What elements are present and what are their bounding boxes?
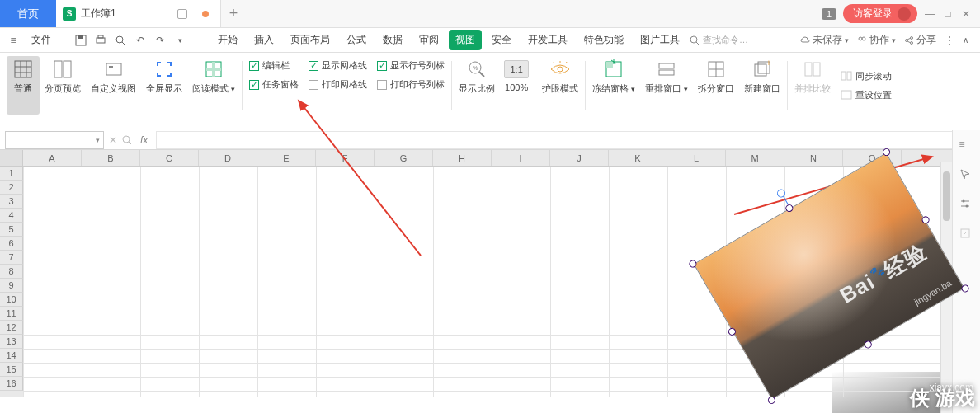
column-header[interactable]: J: [550, 150, 609, 166]
view-fullscreen-button[interactable]: 全屏显示: [141, 56, 187, 115]
menu-dev-tools[interactable]: 开发工具: [521, 30, 574, 50]
menu-data[interactable]: 数据: [376, 30, 409, 50]
zoom-ratio-button[interactable]: % 显示比例: [454, 56, 500, 115]
check-show-headers[interactable]: ✓显示行号列标: [377, 59, 445, 72]
column-header[interactable]: C: [140, 150, 199, 166]
fx-icon[interactable]: fx: [132, 134, 156, 146]
close-button[interactable]: ✕: [960, 8, 972, 20]
row-header[interactable]: 16: [0, 377, 23, 391]
select-all-corner[interactable]: [0, 150, 23, 166]
scrollbar-thumb[interactable]: [943, 171, 950, 221]
menu-file[interactable]: 文件: [25, 30, 58, 50]
view-normal-button[interactable]: 普通: [7, 56, 40, 115]
check-print-headers[interactable]: 打印行号列标: [377, 78, 445, 91]
collab-button[interactable]: 协作▾: [857, 33, 896, 47]
menu-page-layout[interactable]: 页面布局: [284, 30, 337, 50]
row-header[interactable]: 2: [0, 181, 23, 195]
settings-icon[interactable]: [959, 198, 974, 213]
collapse-ribbon-icon[interactable]: ∧: [963, 35, 968, 45]
cursor-icon[interactable]: [959, 168, 974, 183]
row-header[interactable]: 7: [0, 251, 23, 265]
collab-label: 协作: [869, 33, 889, 47]
print-preview-icon[interactable]: [112, 32, 129, 49]
column-header[interactable]: L: [667, 150, 726, 166]
more-icon[interactable]: ⋮: [945, 35, 954, 46]
hamburger-icon[interactable]: ≡: [5, 32, 21, 49]
freeze-panes-button[interactable]: 冻结窗格 ▾: [587, 56, 640, 115]
column-header[interactable]: F: [316, 150, 375, 166]
print-icon[interactable]: [92, 32, 109, 49]
guest-login-button[interactable]: 访客登录: [843, 4, 917, 23]
column-header[interactable]: I: [492, 150, 550, 166]
unsaved-indicator[interactable]: 未保存▾: [800, 33, 849, 47]
split-window-button[interactable]: 拆分窗口: [693, 56, 739, 115]
lines-icon[interactable]: ≡: [959, 138, 974, 153]
tab-home[interactable]: 首页: [0, 0, 56, 27]
redo-icon[interactable]: ↷: [152, 32, 168, 49]
menu-picture-tools[interactable]: 图片工具: [634, 30, 686, 50]
row-header[interactable]: 14: [0, 349, 23, 363]
column-header[interactable]: D: [199, 150, 257, 166]
menu-insert[interactable]: 插入: [247, 30, 280, 50]
minimize-button[interactable]: —: [924, 8, 935, 20]
check-task-pane[interactable]: ✓任务窗格: [249, 78, 299, 91]
row-header[interactable]: 6: [0, 237, 23, 251]
row-header[interactable]: 11: [0, 307, 23, 321]
cancel-icon[interactable]: ✕: [104, 134, 122, 146]
new-window-button[interactable]: + 新建窗口: [739, 56, 785, 115]
view-pagebreak-button[interactable]: 分页预览: [40, 56, 86, 115]
menu-review[interactable]: 审阅: [412, 30, 445, 50]
expand-icon[interactable]: [959, 228, 974, 242]
menu-security[interactable]: 安全: [485, 30, 518, 50]
eye-care-button[interactable]: 护眼模式: [537, 56, 583, 115]
notification-badge[interactable]: 1: [822, 8, 836, 20]
save-icon[interactable]: [73, 32, 89, 49]
column-header[interactable]: A: [23, 150, 82, 166]
name-box[interactable]: ▾: [5, 131, 104, 149]
formula-bar: ▾ ✕ fx: [0, 130, 980, 150]
row-header[interactable]: 9: [0, 279, 23, 293]
svg-rect-50: [841, 91, 851, 99]
tab-document[interactable]: S 工作簿1: [56, 0, 221, 27]
menu-view[interactable]: 视图: [449, 30, 482, 50]
row-header[interactable]: 1: [0, 167, 23, 181]
svg-point-51: [123, 136, 130, 143]
pin-icon[interactable]: [177, 9, 187, 19]
undo-icon[interactable]: ↶: [132, 32, 148, 49]
dropdown-icon[interactable]: ▾: [172, 32, 188, 49]
row-header[interactable]: 8: [0, 265, 23, 279]
row-header[interactable]: 5: [0, 223, 23, 237]
menu-start[interactable]: 开始: [211, 30, 244, 50]
svg-rect-22: [106, 63, 121, 75]
column-header[interactable]: E: [257, 150, 316, 166]
zoom-100-button[interactable]: 1:1 100%: [500, 56, 533, 115]
check-edit-bar[interactable]: ✓编辑栏: [249, 59, 299, 72]
view-reading-button[interactable]: 阅读模式 ▾: [187, 56, 240, 115]
svg-point-4: [116, 36, 123, 43]
column-header[interactable]: M: [726, 150, 784, 166]
chevron-down-icon[interactable]: ▾: [96, 136, 100, 144]
command-search[interactable]: 查找命令…: [690, 34, 748, 46]
column-header[interactable]: H: [433, 150, 492, 166]
view-custom-button[interactable]: 自定义视图: [86, 56, 141, 115]
row-header[interactable]: 4: [0, 209, 23, 223]
column-header[interactable]: K: [609, 150, 667, 166]
column-header[interactable]: G: [375, 150, 433, 166]
check-print-grid[interactable]: 打印网格线: [309, 78, 367, 91]
row-header[interactable]: 12: [0, 321, 23, 335]
new-tab-button[interactable]: +: [221, 0, 246, 27]
formula-input[interactable]: [156, 131, 980, 149]
share-button[interactable]: 分享: [904, 33, 936, 47]
row-header[interactable]: 15: [0, 363, 23, 377]
row-header[interactable]: 13: [0, 335, 23, 349]
column-header[interactable]: N: [784, 150, 843, 166]
row-header[interactable]: 3: [0, 195, 23, 209]
row-header[interactable]: 10: [0, 293, 23, 307]
maximize-button[interactable]: □: [942, 8, 954, 20]
menu-formula[interactable]: 公式: [340, 30, 373, 50]
column-header[interactable]: B: [82, 150, 140, 166]
search-fx-icon[interactable]: [122, 135, 132, 145]
menu-special[interactable]: 特色功能: [577, 30, 630, 50]
rearrange-window-button[interactable]: 重排窗口 ▾: [640, 56, 693, 115]
check-show-grid[interactable]: ✓显示网格线: [309, 59, 367, 72]
